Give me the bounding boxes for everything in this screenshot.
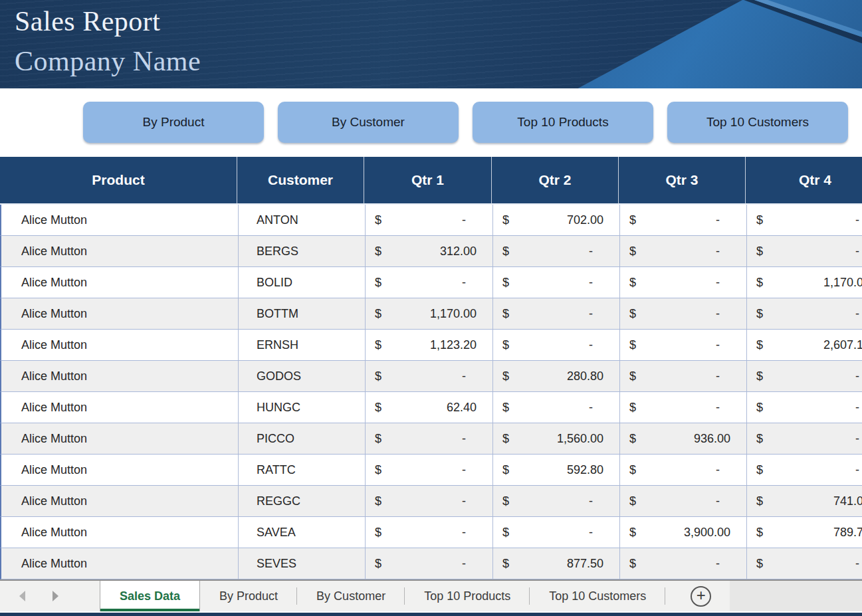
qtr1-cell[interactable]: $312.00 [366,236,493,266]
qtr4-cell[interactable]: $789.75 [747,517,862,548]
qtr1-cell[interactable]: $1,170.00 [366,298,493,329]
product-cell[interactable]: Alice Mutton [1,517,239,548]
table-row[interactable]: Alice Mutton ANTON $- $702.00 $- $- [0,205,862,236]
table-row[interactable]: Alice Mutton BOTTM $1,170.00 $- $- $- [0,298,862,330]
qtr2-cell[interactable]: $- [493,236,620,266]
qtr4-cell[interactable]: $- [747,298,862,329]
table-row[interactable]: Alice Mutton SAVEA $- $- $3,900.00 $789.… [0,517,862,548]
table-row[interactable]: Alice Mutton REGGC $- $- $- $741.00 [0,486,862,517]
customer-cell[interactable]: ANTON [239,205,366,235]
qtr3-cell[interactable]: $- [620,361,747,391]
qtr4-cell[interactable]: $- [747,236,862,266]
sheet-tab-by-product[interactable]: By Product [200,581,297,611]
qtr4-cell[interactable]: $- [747,205,862,235]
qtr3-cell[interactable]: $936.00 [620,423,747,454]
column-header-product: Product [0,157,237,203]
qtr3-cell[interactable]: $- [620,392,747,423]
product-cell[interactable]: Alice Mutton [1,361,239,391]
qtr3-cell[interactable]: $- [620,455,747,485]
qtr1-cell[interactable]: $- [366,517,493,548]
qtr2-cell[interactable]: $- [493,267,620,298]
table-row[interactable]: Alice Mutton PICCO $- $1,560.00 $936.00 … [0,423,862,455]
customer-cell[interactable]: BOLID [239,267,366,298]
product-cell[interactable]: Alice Mutton [1,298,239,329]
qtr2-cell[interactable]: $280.80 [493,361,620,391]
sheet-tab-by-customer[interactable]: By Customer [297,581,405,611]
qtr3-cell[interactable]: $- [620,298,747,329]
qtr1-cell[interactable]: $- [366,548,493,579]
customer-cell[interactable]: REGGC [239,486,366,516]
qtr4-cell[interactable]: $- [747,361,862,391]
customer-cell[interactable]: HUNGC [239,392,366,423]
qtr1-cell[interactable]: $1,123.20 [366,330,493,360]
by-customer-button[interactable]: By Customer [278,102,459,143]
sheet-scroll-left-button[interactable] [15,589,29,603]
qtr2-cell[interactable]: $- [493,298,620,329]
product-cell[interactable]: Alice Mutton [1,205,239,235]
by-product-button[interactable]: By Product [83,102,264,143]
qtr3-cell[interactable]: $- [620,548,747,579]
product-cell[interactable]: Alice Mutton [1,548,239,579]
product-cell[interactable]: Alice Mutton [1,236,239,266]
qtr1-cell[interactable]: $- [366,423,493,454]
customer-cell[interactable]: RATTC [239,455,366,485]
top-10-customers-button[interactable]: Top 10 Customers [667,102,848,143]
product-cell[interactable]: Alice Mutton [1,455,239,485]
qtr1-cell[interactable]: $- [366,205,493,235]
sheet-tab-top-10-customers[interactable]: Top 10 Customers [530,581,665,611]
qtr4-cell[interactable]: $1,170.00 [747,267,862,298]
table-row[interactable]: Alice Mutton SEVES $- $877.50 $- $- [0,548,862,579]
qtr4-cell[interactable]: $741.00 [747,486,862,516]
qtr4-cell[interactable]: $- [747,392,862,423]
table-row[interactable]: Alice Mutton BOLID $- $- $- $1,170.00 [0,267,862,298]
customer-cell[interactable]: ERNSH [239,330,366,360]
qtr2-cell[interactable]: $- [493,330,620,360]
add-sheet-button[interactable]: + [691,586,711,607]
table-row[interactable]: Alice Mutton HUNGC $62.40 $- $- $- [0,392,862,423]
currency-symbol: $ [502,245,509,258]
qtr1-cell[interactable]: $- [366,361,493,391]
customer-cell[interactable]: PICCO [239,423,366,454]
customer-cell[interactable]: BERGS [239,236,366,266]
qtr2-cell[interactable]: $- [493,486,620,516]
sheet-tab-top-10-products[interactable]: Top 10 Products [405,581,530,611]
qtr3-cell[interactable]: $3,900.00 [620,517,747,548]
currency-symbol: $ [502,463,509,477]
customer-cell[interactable]: BOTTM [239,298,366,329]
table-row[interactable]: Alice Mutton BERGS $312.00 $- $- $- [0,236,862,267]
qtr2-cell[interactable]: $592.80 [493,455,620,485]
customer-cell[interactable]: SAVEA [239,517,366,548]
qtr4-cell[interactable]: $- [747,423,862,454]
top-10-products-button[interactable]: Top 10 Products [473,102,653,143]
table-row[interactable]: Alice Mutton GODOS $- $280.80 $- $- [0,361,862,392]
qtr2-cell[interactable]: $877.50 [493,548,620,579]
currency-symbol: $ [756,526,763,540]
qtr3-cell[interactable]: $- [620,267,747,298]
sheet-tab-sales-data[interactable]: Sales Data [100,581,200,611]
customer-cell[interactable]: SEVES [239,548,366,579]
qtr4-cell[interactable]: $- [747,548,862,579]
qtr4-cell[interactable]: $- [747,455,862,485]
qtr2-cell[interactable]: $702.00 [493,205,620,235]
table-row[interactable]: Alice Mutton RATTC $- $592.80 $- $- [0,455,862,486]
sheet-scroll-right-button[interactable] [48,589,62,603]
qtr3-cell[interactable]: $- [620,486,747,516]
qtr2-cell[interactable]: $- [493,517,620,548]
qtr2-cell[interactable]: $- [493,392,620,423]
qtr1-cell[interactable]: $62.40 [366,392,493,423]
qtr4-cell[interactable]: $2,607.15 [747,330,862,360]
customer-cell[interactable]: GODOS [239,361,366,391]
qtr3-cell[interactable]: $- [620,236,747,266]
qtr3-cell[interactable]: $- [620,205,747,235]
product-cell[interactable]: Alice Mutton [1,392,239,423]
product-cell[interactable]: Alice Mutton [1,267,239,298]
product-cell[interactable]: Alice Mutton [1,330,239,360]
qtr2-cell[interactable]: $1,560.00 [493,423,620,454]
qtr1-cell[interactable]: $- [366,455,493,485]
product-cell[interactable]: Alice Mutton [1,423,239,454]
qtr1-cell[interactable]: $- [366,267,493,298]
table-row[interactable]: Alice Mutton ERNSH $1,123.20 $- $- $2,60… [0,330,862,361]
qtr1-cell[interactable]: $- [366,486,493,516]
product-cell[interactable]: Alice Mutton [1,486,239,516]
qtr3-cell[interactable]: $- [620,330,747,360]
